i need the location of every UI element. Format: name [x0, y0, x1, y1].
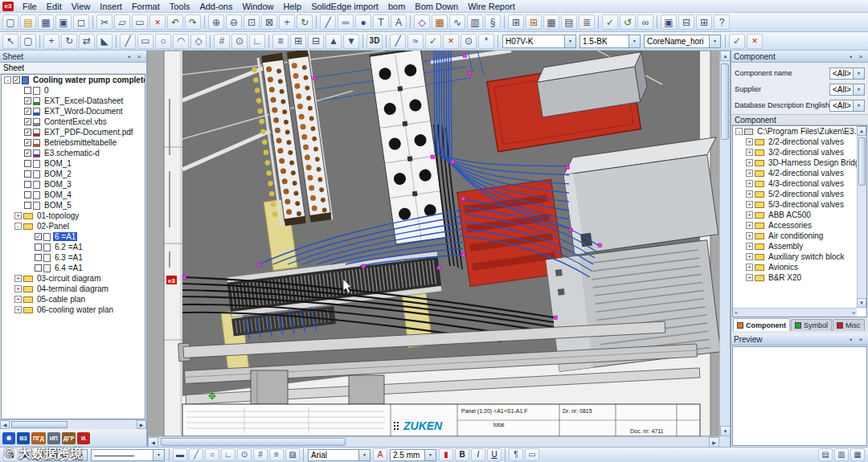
draw-line-button[interactable]: ╱ [120, 34, 136, 49]
expander-icon[interactable]: - [4, 76, 11, 84]
tree-item-cooling-water-pump-complete[interactable]: -✓Cooling water pump complete* [2, 75, 145, 85]
scale-button[interactable]: ◣ [96, 34, 113, 49]
expander-icon[interactable]: + [14, 212, 22, 219]
checkbox[interactable]: ✓ [24, 149, 31, 157]
table-edit-button[interactable]: ⊞ [526, 14, 542, 30]
open-project-button[interactable]: ▤ [20, 14, 36, 30]
menu-bom[interactable]: bom [383, 0, 410, 12]
chevron-down-icon[interactable]: ▼ [853, 68, 864, 79]
scroll-up-icon[interactable]: ▲ [720, 51, 730, 61]
expander-icon[interactable]: + [746, 264, 753, 271]
expander-icon[interactable]: + [14, 306, 22, 313]
draw-wire-button[interactable]: ╱ [390, 34, 406, 49]
app-shortcut-icon[interactable]: И. [77, 432, 90, 444]
tree-item-5-2-directional-valves[interactable]: +5/2-directional valves [733, 189, 857, 199]
expander-icon[interactable]: + [746, 253, 753, 260]
wire-cross-section-combo[interactable]: 1.5-BK▼ [579, 35, 641, 48]
chevron-down-icon[interactable]: ▼ [564, 35, 575, 47]
checkbox[interactable] [24, 181, 31, 188]
undo-button[interactable]: ↶ [167, 14, 183, 30]
tree-item-label[interactable]: 3D-Harness Design Bridge [767, 158, 857, 167]
font-color-button[interactable]: A [373, 448, 387, 461]
core-name-combo[interactable]: CoreName_hori▼ [644, 35, 721, 48]
zoom-window-button[interactable]: ⊡ [244, 14, 260, 30]
tree-item-label[interactable]: 6.3 =A1 [53, 253, 84, 262]
check-button[interactable]: ✓ [602, 14, 618, 30]
panel-left-toggle-button[interactable]: ▤ [818, 448, 833, 461]
checkbox[interactable] [24, 87, 31, 94]
paste-button[interactable]: ▭ [132, 14, 148, 30]
scrollbar-thumb[interactable] [858, 137, 866, 186]
tree-item-3d-harness-design-bridge[interactable]: +3D-Harness Design Bridge [733, 157, 857, 168]
junction-button[interactable]: ● [355, 14, 371, 30]
menu-bom-down[interactable]: Bom Down [410, 0, 463, 12]
menu-wire-report[interactable]: Wire Report [463, 0, 520, 12]
close-icon[interactable]: × [856, 336, 866, 343]
field-combo-component-name[interactable]: <All>▼ [829, 67, 865, 80]
tree-item-label[interactable]: Assembly [767, 242, 805, 251]
tree-item-label[interactable]: BOM_5 [43, 201, 73, 210]
tree-item-b-r-x20[interactable]: +B&R X20 [733, 272, 857, 283]
component-tree-vscrollbar[interactable]: ▲ ▼ [857, 126, 866, 308]
tree-item-3-2-directional-valves[interactable]: +3/2-directional valves [733, 147, 857, 157]
pedestal-part[interactable] [251, 370, 288, 404]
tree-item-label[interactable]: Auxiliary switch block [767, 252, 845, 261]
insert-terminal-button[interactable]: ▥ [467, 14, 483, 30]
cut-button[interactable]: ✂ [96, 14, 113, 30]
wire-type-combo[interactable]: H07V-K▼ [502, 35, 576, 48]
pedestal-part[interactable] [349, 375, 384, 404]
tree-item-bom-2[interactable]: BOM_2 [2, 169, 145, 179]
draw-arc-button[interactable]: ◠ [173, 34, 189, 49]
menu-insert[interactable]: Insert [95, 0, 127, 12]
status-next-button[interactable]: ▶ [19, 448, 34, 461]
component-tree-hscrollbar[interactable]: « » [733, 308, 857, 317]
chevron-down-icon[interactable]: ▼ [153, 450, 164, 460]
symbol-browser-button[interactable]: ◇ [414, 14, 430, 30]
mirror-button[interactable]: ⇄ [79, 34, 95, 49]
pin-icon[interactable]: ▪ [846, 53, 856, 60]
draw-mode-button[interactable]: ╱ [189, 448, 203, 461]
tree-item-label[interactable]: 01-topology [35, 211, 80, 220]
tree-item-contentexcel-vbs[interactable]: ✓ContentExcel.vbs [2, 117, 145, 127]
tree-item-c-program-files-zuken-e3[interactable]: -C:\Program Files\Zuken\E3... [733, 126, 857, 137]
tree-item-betriebsmitteltabelle[interactable]: ✓Betriebsmitteltabelle [2, 137, 145, 148]
tree-item-label[interactable]: 03-circuit diagram [35, 274, 102, 283]
tree-item-02-panel[interactable]: -02-Panel [2, 221, 145, 231]
tree-item-accessories[interactable]: +Accessories [733, 220, 857, 231]
drawing-canvas[interactable]: e3 [148, 51, 719, 436]
app-shortcut-icon[interactable]: ВЗ [17, 432, 30, 444]
tree-item-label[interactable]: B&R X20 [767, 273, 803, 282]
checkbox[interactable] [24, 191, 31, 198]
close-icon[interactable]: × [856, 53, 866, 60]
ungroup-button[interactable]: ⊟ [308, 34, 324, 49]
scroll-left-icon[interactable]: ◀ [0, 420, 10, 429]
expander-icon[interactable]: + [746, 138, 753, 145]
scroll-up-icon[interactable]: ▲ [857, 126, 866, 136]
insert-text-button[interactable]: T [373, 14, 389, 30]
zoom-fit-button[interactable]: ⊠ [261, 14, 277, 30]
tree-item-bom-1[interactable]: BOM_1 [2, 158, 145, 169]
checkbox[interactable] [24, 202, 31, 209]
paragraph-button[interactable]: ¶ [509, 448, 523, 461]
zoom-out-button[interactable]: ⊖ [226, 14, 242, 30]
menu-window[interactable]: Window [237, 0, 278, 12]
tree-item-6-a1[interactable]: ✓6 =A1 [2, 231, 145, 242]
tree-item-label[interactable]: E3.schematic-d [43, 149, 101, 157]
link-button[interactable]: ∞ [637, 14, 653, 30]
tab-misc[interactable]: Misc [833, 319, 865, 331]
tree-item-bom-4[interactable]: BOM_4 [2, 190, 145, 200]
tree-item-label[interactable]: EXT_PDF-Document.pdf [43, 128, 135, 137]
draw-polygon-button[interactable]: ◇ [190, 34, 207, 49]
tree-item-auxiliary-switch-block[interactable]: +Auxiliary switch block [733, 251, 857, 262]
insert-cable-button[interactable]: ∿ [449, 14, 465, 30]
expander-icon[interactable]: + [746, 149, 753, 156]
tree-item-5-3-directional-valves[interactable]: +5/3-directional valves [733, 199, 857, 210]
apply-button[interactable]: ✓ [729, 34, 745, 49]
panel-right-toggle-button[interactable]: ▦ [850, 448, 865, 461]
close-icon[interactable]: × [134, 53, 144, 60]
sheet-reference-button[interactable]: § [485, 14, 501, 30]
expander-icon[interactable]: + [14, 275, 22, 282]
tab-symbol[interactable]: Symbol [791, 319, 832, 331]
list-view-button[interactable]: ≣ [579, 14, 595, 30]
tree-item-6-3-a1[interactable]: 6.3 =A1 [2, 252, 145, 263]
